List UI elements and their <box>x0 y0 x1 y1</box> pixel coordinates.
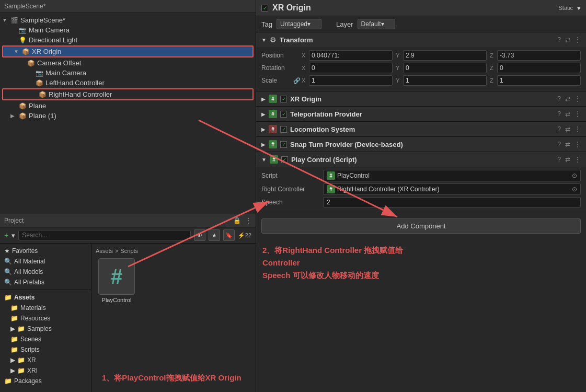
tag-dropdown[interactable]: Untagged▾ <box>277 19 321 29</box>
lock-icon[interactable]: 🔒 <box>233 217 241 224</box>
tree-item-main-camera[interactable]: 📷 Main Camera <box>0 25 256 35</box>
xr-origin-checkbox[interactable]: ✓ <box>280 96 287 102</box>
settings-icon-4[interactable]: ⇄ <box>565 125 570 133</box>
position-xyz: X Y Z <box>302 50 581 61</box>
project-toolbar: + ▾ 👁 ★ 🔖 ⚡22 <box>0 227 256 244</box>
rotation-y-input[interactable] <box>403 63 487 73</box>
icon-plane-1: 📦 <box>19 112 27 120</box>
add-icon[interactable]: + <box>4 231 8 239</box>
tree-item-righthand-controller[interactable]: 📦 RightHand Controller <box>3 89 252 99</box>
play-control-icons: ? ⇄ ⋮ <box>557 156 581 163</box>
sidebar-xr[interactable]: ▶ 📁 XR <box>0 355 91 365</box>
more-icon[interactable]: ⋮ <box>574 36 581 43</box>
help-icon-6[interactable]: ? <box>557 156 561 163</box>
settings-icon-5[interactable]: ⇄ <box>565 141 570 148</box>
help-icon[interactable]: ? <box>557 36 561 43</box>
teleport-icons: ? ⇄ ⋮ <box>557 110 581 118</box>
asset-playcontrol[interactable]: # PlayControl <box>96 258 137 303</box>
sidebar-all-material[interactable]: 🔍 All Material <box>0 256 91 267</box>
tree-item-plane[interactable]: 📦 Plane <box>0 101 256 111</box>
label-plane-1: Plane (1) <box>29 112 56 120</box>
position-y-item: Y <box>396 50 487 61</box>
locomotion-checkbox[interactable]: ✓ <box>280 126 287 133</box>
eye-icon[interactable]: 👁 <box>194 229 205 241</box>
snap-turn-checkbox[interactable]: ✓ <box>280 141 287 148</box>
rotation-x-input[interactable] <box>309 63 393 73</box>
speech-input[interactable] <box>327 199 577 206</box>
search-input[interactable] <box>18 230 191 240</box>
rotation-xyz: X Y Z <box>302 63 581 73</box>
more-icon-6[interactable]: ⋮ <box>574 156 581 163</box>
breadcrumb-assets[interactable]: Assets <box>96 248 113 254</box>
more-icon-3[interactable]: ⋮ <box>574 110 581 118</box>
assets-section: 📁 Assets <box>0 292 91 303</box>
play-control-badge: # <box>270 155 278 164</box>
sidebar-packages[interactable]: 📁 Packages <box>0 376 91 386</box>
sidebar-samples[interactable]: ▶ 📁 Samples <box>0 324 91 334</box>
tree-item-xr-origin[interactable]: ▼ 📦 XR Origin <box>3 47 252 56</box>
scale-y-input[interactable] <box>403 75 487 86</box>
sidebar-all-prefabs[interactable]: 🔍 All Prefabs <box>0 277 91 287</box>
controller-target-icon[interactable]: ⊙ <box>572 186 577 193</box>
layer-dropdown[interactable]: Default▾ <box>358 19 395 29</box>
scale-x-item: 🔗 X <box>293 75 393 86</box>
xr-origin-component-header[interactable]: ▶ # ✓ XR Origin ? ⇄ ⋮ <box>256 91 586 106</box>
position-y-input[interactable] <box>403 50 487 61</box>
position-z-input[interactable] <box>497 50 581 61</box>
help-icon-5[interactable]: ? <box>557 141 561 148</box>
more-icon-2[interactable]: ⋮ <box>574 95 581 102</box>
settings-icon-6[interactable]: ⇄ <box>565 156 570 163</box>
bookmark-icon[interactable]: ★ <box>209 229 220 241</box>
add-label[interactable]: ▾ <box>12 232 15 239</box>
annotation-bottom-left: 1、将PlayControl拖拽赋值给XR Origin <box>96 363 251 388</box>
sidebar-xri[interactable]: ▶ 📁 XRI <box>0 365 91 376</box>
xri-label: XRI <box>27 367 38 374</box>
sidebar-scenes[interactable]: 📁 Scenes <box>0 334 91 344</box>
tree-item-plane-1[interactable]: ▶ 📦 Plane (1) <box>0 111 256 121</box>
tree-item-samplescene[interactable]: ▼ 🎬 SampleScene* <box>0 15 256 25</box>
tree-item-lefthand-controller[interactable]: 📦 LeftHand Controller <box>0 78 256 88</box>
rotation-z-input[interactable] <box>497 63 581 73</box>
tree-item-main-camera-2[interactable]: 📷 Main Camera <box>0 68 256 78</box>
locomotion-badge: # <box>269 125 277 133</box>
tag-label: Tag <box>261 20 272 28</box>
sidebar-materials[interactable]: 📁 Materials <box>0 303 91 313</box>
sidebar-resources[interactable]: 📁 Resources <box>0 313 91 324</box>
sidebar-scripts[interactable]: 📁 Scripts <box>0 344 91 355</box>
object-active-checkbox[interactable]: ✓ <box>261 5 268 11</box>
snap-turn-header[interactable]: ▶ # ✓ Snap Turn Provider (Device-based) … <box>256 137 586 152</box>
help-icon-4[interactable]: ? <box>557 125 561 133</box>
sidebar-all-models[interactable]: 🔍 All Models <box>0 267 91 277</box>
static-arrow[interactable]: ▾ <box>577 4 581 12</box>
breadcrumb-scripts[interactable]: Scripts <box>120 248 138 254</box>
scale-x-input[interactable] <box>309 75 393 86</box>
settings-icon[interactable]: ⇄ <box>565 36 570 43</box>
help-icon-2[interactable]: ? <box>557 95 561 102</box>
resources-label: Resources <box>20 315 50 322</box>
position-x-input[interactable] <box>309 50 393 61</box>
tree-item-directional-light[interactable]: 💡 Directional Light <box>0 35 256 45</box>
settings-icon-2[interactable]: ⇄ <box>565 95 570 102</box>
teleportation-header[interactable]: ▶ # ✓ Teleportation Provider ? ⇄ ⋮ <box>256 107 586 121</box>
script-target-icon[interactable]: ⊙ <box>572 172 577 179</box>
locomotion-header[interactable]: ▶ # ✓ Locomotion System ? ⇄ ⋮ <box>256 122 586 136</box>
arrow-xr: ▶ <box>10 356 15 364</box>
transform-header[interactable]: ▼ ⚙ Transform ? ⇄ ⋮ <box>256 32 586 47</box>
tree-item-camera-offset[interactable]: 📦 Camera Offset <box>0 58 256 68</box>
right-annotation: 2、将RightHand Controller 拖拽赋值给 Controller… <box>256 239 586 287</box>
more-icon-5[interactable]: ⋮ <box>574 141 581 148</box>
teleport-checkbox[interactable]: ✓ <box>280 111 287 118</box>
play-control-checkbox[interactable]: ✓ <box>281 156 288 163</box>
add-component-button[interactable]: Add Component <box>261 218 581 234</box>
tag-count: ⚡22 <box>238 232 251 239</box>
settings-icon-3[interactable]: ⇄ <box>565 110 570 118</box>
arrow-samplescene: ▼ <box>2 17 10 23</box>
play-control-header[interactable]: ▼ # ✓ Play Control (Script) ? ⇄ ⋮ <box>256 152 586 167</box>
project-title: Project <box>4 217 24 224</box>
layer-value: Default <box>361 20 381 28</box>
scale-z-input[interactable] <box>497 75 581 86</box>
more-icon-4[interactable]: ⋮ <box>574 125 581 133</box>
tag-icon[interactable]: 🔖 <box>223 229 235 241</box>
help-icon-3[interactable]: ? <box>557 110 561 118</box>
menu-icon[interactable]: ⋮ <box>245 217 251 224</box>
